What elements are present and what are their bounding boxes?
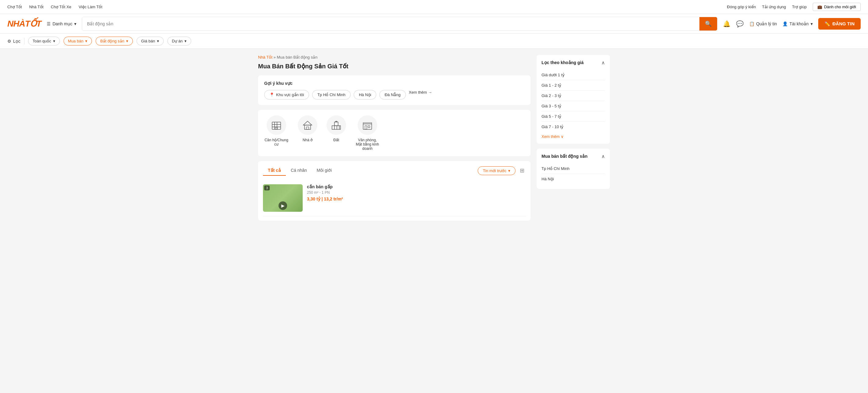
list-item[interactable]: Giá 1 - 2 tỷ [541,80,605,91]
category-filter[interactable]: Bất động sản ▾ [96,37,133,45]
category-icons-card: Căn hộ/Chung cư Nhà ở [258,110,530,156]
svg-rect-8 [306,127,309,129]
broker-button[interactable]: 💼 Dành cho môi giới [813,3,861,11]
chevron-down-icon: ▾ [85,39,87,43]
svg-rect-7 [305,125,311,129]
feedback-link[interactable]: Đóng góp ý kiến [727,5,756,9]
right-sidebar: Lọc theo khoảng giá ∧ Giá dưới 1 tỷ Giá … [537,55,610,221]
site-logo[interactable]: NHÀTỐT [7,19,41,29]
list-item[interactable]: Giá 7 - 10 tỷ [541,122,605,132]
price-filter-title: Lọc theo khoảng giá [541,60,584,65]
search-input[interactable] [82,17,700,31]
post-ad-button[interactable]: ✏️ ĐĂNG TIN [818,18,861,30]
see-more-areas-link[interactable]: Xem thêm → [409,90,432,99]
top-nav-left: Chợ Tốt Nhà Tốt Chợ Tốt Xe Việc Làm Tốt [7,5,102,9]
apartment-icon [267,115,286,135]
land-label: Đất [334,138,339,142]
grid-view-button[interactable]: ⊞ [519,166,526,175]
bell-icon: 🔔 [723,20,731,28]
tab-all[interactable]: Tất cả [263,165,286,176]
chevron-down-icon: ∨ [561,134,564,139]
location-filter[interactable]: Toàn quốc ▾ [28,37,60,45]
price-filter-toggle[interactable]: ∧ [601,60,605,66]
chevron-down-icon: ▾ [157,39,159,43]
tab-broker[interactable]: Môi giới [312,165,337,176]
manage-icon: 📋 [749,21,754,26]
list-item[interactable]: Giá 2 - 3 tỷ [541,91,605,101]
transaction-filter[interactable]: Mua bán ▾ [64,37,92,45]
message-button[interactable]: 💬 [736,20,744,28]
category-item-apartment[interactable]: Căn hộ/Chung cư [264,115,289,151]
project-filter[interactable]: Dự án ▾ [167,37,191,45]
price-filter-card: Lọc theo khoảng giá ∧ Giá dưới 1 tỷ Giá … [537,55,610,144]
menu-button[interactable]: ☰ Danh mục ▾ [47,21,76,26]
area-chip-danang[interactable]: Đà Nẵng [379,90,406,99]
search-button[interactable]: 🔍 [700,17,717,31]
region-filter-title: Mua bán bất động sản [541,154,588,159]
listing-title: cần bán gấp [307,184,526,189]
region-filter-header: Mua bán bất động sản ∧ [541,154,605,159]
listing-tabs-bar: Tất cả Cá nhân Môi giới Tin mới trước ▾ … [258,161,530,176]
category-item-office[interactable]: Văn phòng, Mặt bằng kinh doanh [355,115,380,151]
edit-icon: ✏️ [824,21,830,27]
breadcrumb-separator-symbol: » [273,55,276,60]
nav-link-viec-lam-tot[interactable]: Việc Làm Tốt [79,5,102,9]
area-suggestion-card: Gợi ý khu vực 📍 Khu vực gần tôi Tp Hồ Ch… [258,75,530,105]
tab-personal[interactable]: Cá nhân [286,165,312,176]
sort-button[interactable]: Tin mới trước ▾ [478,166,516,175]
chat-icon: 💬 [736,20,744,28]
nav-link-cho-tot[interactable]: Chợ Tốt [7,5,22,9]
tabs-left: Tất cả Cá nhân Môi giới [263,165,337,176]
list-item[interactable]: Tp Hồ Chí Minh [541,164,605,174]
left-column: Nhà Tốt » Mua bán Bất động sản Mua Bán B… [258,55,530,221]
filter-button[interactable]: ⚙ Lọc [7,39,21,44]
list-item[interactable]: Giá dưới 1 tỷ [541,70,605,80]
breadcrumb: Nhà Tốt » Mua bán Bất động sản [258,55,530,60]
media-count-badge: 3 [264,186,270,190]
svg-rect-16 [363,124,372,129]
area-chip-nearby[interactable]: 📍 Khu vực gần tôi [264,90,309,99]
main-header: NHÀTỐT ☰ Danh mục ▾ 🔍 🔔 💬 📋 Quản lý tin … [0,14,868,34]
chevron-down-icon: ▾ [74,21,76,26]
list-item[interactable]: Hà Nội [541,174,605,184]
table-row[interactable]: 3 ▶ cần bán gấp 250 m² - 1 PN 3,30 tỷ | … [263,180,526,216]
filter-divider [24,38,25,44]
chevron-down-icon: ▾ [508,168,510,173]
hamburger-icon: ☰ [47,21,51,26]
category-item-land[interactable]: Đất [327,115,346,151]
area-card-title: Gợi ý khu vực [264,81,524,86]
listing-area: 3 ▶ cần bán gấp 250 m² - 1 PN 3,30 tỷ | … [258,176,530,221]
price-filter[interactable]: Giá bán ▾ [136,37,164,45]
manage-button[interactable]: 📋 Quản lý tin [749,21,777,26]
top-navigation: Chợ Tốt Nhà Tốt Chợ Tốt Xe Việc Làm Tốt … [0,0,868,14]
top-nav-right: Đóng góp ý kiến Tải ứng dụng Trợ giúp 💼 … [727,3,861,11]
region-filter-toggle[interactable]: ∧ [601,154,605,159]
download-link[interactable]: Tải ứng dụng [762,5,786,9]
chevron-down-icon: ▾ [126,39,128,43]
header-icons: 🔔 💬 📋 Quản lý tin 👤 Tài khoản ▾ ✏️ ĐĂNG … [723,18,861,30]
area-chip-hanoi[interactable]: Hà Nội [354,90,377,99]
nav-link-cho-tot-xe[interactable]: Chợ Tốt Xe [51,5,71,9]
see-more-price-button[interactable]: Xem thêm ∨ [541,134,564,139]
support-link[interactable]: Trợ giúp [792,5,807,9]
notification-button[interactable]: 🔔 [723,20,731,28]
list-item[interactable]: Giá 3 - 5 tỷ [541,101,605,111]
category-item-house[interactable]: Nhà ở [298,115,317,151]
svg-rect-0 [272,122,281,129]
listing-price: 3,30 tỷ | 13,2 tr/m² [307,197,526,201]
svg-marker-6 [303,121,312,125]
price-list: Giá dưới 1 tỷ Giá 1 - 2 tỷ Giá 2 - 3 tỷ … [541,70,605,132]
list-item[interactable]: Giá 5 - 7 tỷ [541,111,605,122]
listing-meta: 250 m² - 1 PN [307,190,526,195]
chevron-down-icon: ▾ [184,39,187,43]
tabs-right: Tin mới trước ▾ ⊞ [478,166,526,175]
filter-bar: ⚙ Lọc Toàn quốc ▾ Mua bán ▾ Bất động sản… [0,34,868,49]
account-button[interactable]: 👤 Tài khoản ▾ [782,21,813,26]
area-chips: 📍 Khu vực gần tôi Tp Hồ Chí Minh Hà Nội … [264,90,524,99]
breadcrumb-home[interactable]: Nhà Tốt [258,55,273,60]
listing-thumbnail: 3 ▶ [263,184,303,212]
nav-link-nha-tot[interactable]: Nhà Tốt [29,5,44,9]
area-chip-hcm[interactable]: Tp Hồ Chí Minh [312,90,351,99]
category-icons-list: Căn hộ/Chung cư Nhà ở [264,115,524,151]
page-title: Mua Bán Bất Động Sản Giá Tốt [258,63,530,70]
